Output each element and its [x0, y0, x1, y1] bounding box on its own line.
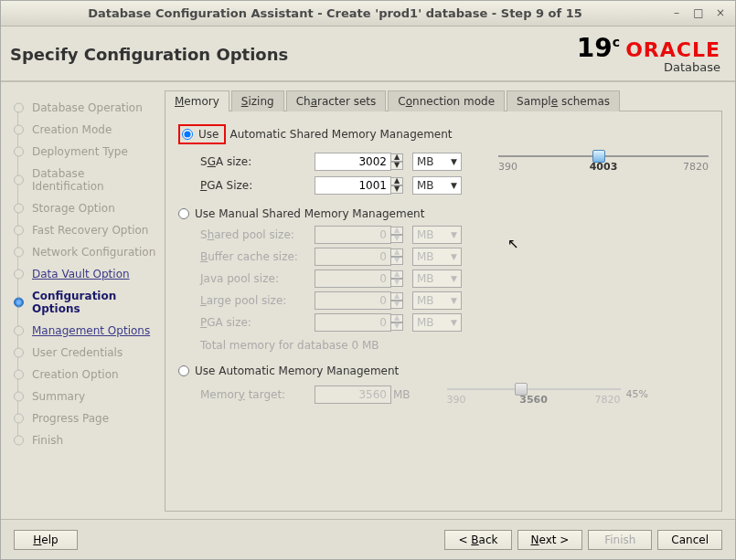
tab-sample-schemas[interactable]: Sample schemas: [507, 90, 620, 111]
java-pool-input: [315, 269, 391, 288]
footer: Help < Back Next > Finish Cancel: [1, 519, 735, 559]
radio-manual-shared-label: Use Manual Shared Memory Management: [195, 207, 424, 220]
memory-target-slider: 390 3560 7820: [447, 383, 621, 406]
oracle-logo: 19c ORACLE Database: [577, 36, 720, 73]
sga-label: SGA size:: [200, 155, 315, 168]
sga-spinner[interactable]: ▲▼: [390, 153, 403, 170]
step-finish: Finish: [10, 429, 159, 451]
step-network-configuration: Network Configuration: [10, 241, 159, 263]
radio-auto-shared-label: Automatic Shared Memory Management: [229, 128, 452, 141]
body: Database Operation Creation Mode Deploym…: [1, 82, 735, 539]
radio-auto-shared[interactable]: Use Automatic Shared Memory Management: [178, 124, 709, 144]
next-button[interactable]: Next >: [517, 530, 583, 550]
sga-input[interactable]: [315, 153, 391, 171]
help-button[interactable]: Help: [14, 530, 78, 550]
tab-connection-mode[interactable]: Connection mode: [388, 90, 505, 111]
step-progress-page: Progress Page: [10, 407, 159, 429]
memory-target-pct: 45%: [626, 388, 648, 400]
memory-slider[interactable]: 390 4003 7820: [498, 150, 709, 173]
radio-manual-shared[interactable]: Use Manual Shared Memory Management: [178, 207, 709, 220]
wizard-steps: Database Operation Creation Mode Deploym…: [10, 97, 159, 451]
page-title: Specify Configuration Options: [10, 45, 577, 64]
shared-pool-row: Shared pool size: ▲▼ MB▼ ↖: [178, 226, 709, 244]
step-creation-mode: Creation Mode: [10, 119, 159, 141]
large-pool-row: Large pool size: ▲▼ MB▼: [178, 291, 709, 310]
pga-spinner[interactable]: ▲▼: [390, 177, 403, 194]
pga-manual-row: PGA size: ▲▼ MB▼: [178, 313, 709, 332]
radio-manual-shared-input[interactable]: [178, 208, 189, 219]
radio-auto-memory[interactable]: Use Automatic Memory Management: [178, 365, 709, 377]
step-fast-recovery-option: Fast Recovery Option: [10, 219, 159, 241]
tab-panel-memory: Use Automatic Shared Memory Management S…: [165, 111, 722, 512]
step-database-operation: Database Operation: [10, 97, 159, 119]
step-storage-option: Storage Option: [10, 197, 159, 219]
total-memory-label: Total memory for database 0 MB: [178, 339, 709, 352]
large-pool-label: Large pool size:: [200, 294, 315, 307]
step-summary: Summary: [10, 386, 159, 407]
pga-manual-input: [315, 313, 391, 332]
pga-label: PGA Size:: [200, 179, 315, 192]
titlebar: Database Configuration Assistant - Creat…: [1, 1, 735, 26]
memory-target-row: Memory target: MB 390 3560 7820 45%: [178, 383, 709, 406]
memory-target-label: Memory target:: [200, 388, 315, 401]
radio-auto-shared-input[interactable]: [182, 129, 193, 140]
tab-sizing[interactable]: Sizing: [231, 90, 284, 111]
window-title: Database Configuration Assistant - Creat…: [8, 6, 662, 20]
pga-row: PGA Size: ▲▼ MB▼: [178, 176, 709, 195]
sga-unit-select[interactable]: MB▼: [412, 153, 462, 171]
sga-row: SGA size: ▲▼ MB▼ 390 4003 7820: [178, 150, 709, 173]
buffer-cache-row: Buffer cache size: ▲▼ MB▼: [178, 248, 709, 266]
step-management-options[interactable]: Management Options: [10, 320, 159, 342]
slider-min: 390: [498, 161, 517, 173]
slider-mid: 4003: [590, 161, 618, 173]
step-database-identification: Database Identification: [10, 163, 159, 197]
tab-character-sets[interactable]: Character sets: [286, 90, 387, 111]
buffer-cache-label: Buffer cache size:: [200, 250, 315, 263]
brand-label: ORACLE: [625, 40, 720, 60]
main-panel: Memory Sizing Character sets Connection …: [159, 82, 735, 539]
version-label: 19c: [577, 36, 620, 61]
shared-pool-unit: MB▼: [412, 226, 462, 244]
step-data-vault-option[interactable]: Data Vault Option: [10, 263, 159, 285]
memory-target-input: [315, 386, 391, 404]
pga-manual-label: PGA size:: [200, 316, 315, 329]
step-user-credentials: User Credentials: [10, 342, 159, 364]
buffer-cache-input: [315, 248, 391, 266]
cancel-button[interactable]: Cancel: [657, 530, 722, 550]
radio-auto-memory-input[interactable]: [178, 365, 189, 376]
shared-pool-spinner: ▲▼: [390, 227, 403, 243]
pga-unit-select[interactable]: MB▼: [412, 176, 462, 195]
radio-auto-memory-label: Use Automatic Memory Management: [195, 365, 399, 377]
window: Database Configuration Assistant - Creat…: [0, 0, 736, 560]
step-configuration-options[interactable]: Configuration Options: [10, 285, 159, 320]
step-deployment-type: Deployment Type: [10, 141, 159, 163]
back-button[interactable]: < Back: [444, 530, 511, 550]
shared-pool-input: [315, 226, 391, 244]
java-pool-label: Java pool size:: [200, 272, 315, 285]
java-pool-row: Java pool size: ▲▼ MB▼: [178, 269, 709, 288]
close-icon[interactable]: ×: [713, 6, 728, 21]
maximize-icon[interactable]: □: [691, 6, 706, 21]
sidebar: Database Operation Creation Mode Deploym…: [1, 82, 159, 539]
memory-target-unit: MB: [393, 388, 411, 401]
minimize-icon[interactable]: –: [669, 6, 684, 21]
header-row: Specify Configuration Options 19c ORACLE…: [1, 26, 735, 77]
large-pool-input: [315, 291, 391, 310]
finish-button: Finish: [588, 530, 652, 550]
tab-memory[interactable]: Memory: [165, 90, 229, 111]
step-creation-option: Creation Option: [10, 364, 159, 386]
shared-pool-label: Shared pool size:: [200, 228, 315, 241]
tab-bar: Memory Sizing Character sets Connection …: [165, 90, 722, 111]
pga-input[interactable]: [315, 176, 391, 195]
slider-max: 7820: [683, 161, 709, 173]
